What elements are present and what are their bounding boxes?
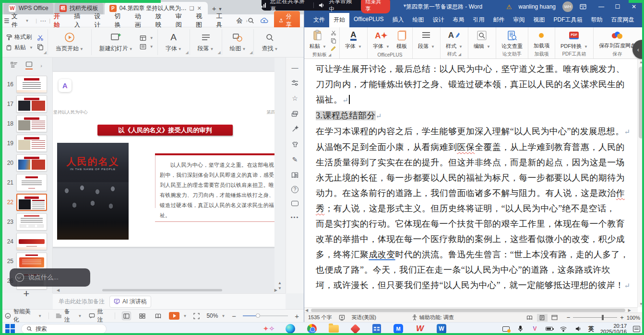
settings-sliders-icon[interactable] [291, 79, 299, 87]
pdf-convert-button[interactable]: PDF PDF转换 ▼ [558, 29, 590, 50]
slide-thumb-image[interactable] [16, 76, 47, 93]
layout-button[interactable]: ▼ [140, 35, 154, 41]
word-vertical-scrollbar[interactable]: ▲ ▼ [637, 59, 644, 307]
slide-thumbnail-24[interactable]: 24 [0, 233, 53, 250]
doc-line-15[interactable]: 坷，或许漫长，但只要我们坚持“以人民为中心”，就一定能够抵达理想的彼岸！↵ [316, 277, 626, 293]
paper-check-button[interactable]: 论文查重 [499, 29, 525, 50]
doc-line-13[interactable]: 多，终将汇聚成改变时代的洪流。鲁迅先生曾言：“世上本没有路，走的人多了， [316, 247, 626, 262]
doc-line-3[interactable]: 福祉。↵ [316, 92, 626, 108]
find-button[interactable]: 查找▼ [258, 31, 282, 54]
search-icon[interactable] [248, 17, 254, 24]
file-menu[interactable]: ☰ 文件 ▼ [4, 12, 29, 29]
word-zoom-control[interactable]: − + 100% [567, 314, 640, 321]
zoom-out-button[interactable]: − [567, 314, 571, 321]
cut-icon[interactable] [37, 35, 44, 41]
zoom-slider[interactable] [243, 315, 288, 316]
notification-center-icon[interactable] [633, 326, 640, 332]
transition-shapes-icon[interactable] [291, 109, 299, 118]
word-horizontal-scrollbar[interactable]: ◀ ▶ [304, 307, 638, 312]
slide-thumbnail-20[interactable]: 20 [0, 154, 53, 172]
zoom-in-button[interactable]: + [295, 312, 299, 320]
favorites-star-icon[interactable]: ☆ [291, 94, 299, 103]
styles-button[interactable]: A 样式 ▼ [443, 29, 465, 50]
slide-thumb-image[interactable] [16, 213, 47, 231]
slide-thumb-image[interactable] [16, 154, 47, 172]
normal-view-icon[interactable] [122, 312, 131, 320]
slide-canvas[interactable]: 坚持以人民为中心 第四章 坚持 以《人民的名义》接受人民的审判 人民的名义 IN… [53, 58, 274, 293]
canvas-horizontal-scrollbar[interactable]: ◀ ▶ [57, 288, 277, 292]
language-status[interactable]: 英语(美国) [352, 314, 376, 321]
speaker-icon[interactable] [574, 325, 582, 333]
floating-app-logo[interactable]: A [59, 79, 72, 92]
fullscreen-icon[interactable] [193, 313, 200, 319]
word-taskbar-icon[interactable]: W [436, 323, 447, 335]
read-mode-icon[interactable] [525, 314, 535, 322]
word-tab-12[interactable]: 帮助 [586, 13, 607, 27]
scroll-right-arrow-icon[interactable]: ▶ [628, 308, 631, 312]
stop-share-button[interactable]: 结束共享 [361, 0, 390, 13]
slide-thumbnail-19[interactable]: 19 [0, 135, 53, 152]
doc-line-1[interactable]: 可让学生展开讨论，最后总结：以人民为中心，坚守道义之重。唯有铁腕发力、 [316, 61, 626, 77]
paragraph-button[interactable]: 段落▼ [194, 31, 218, 54]
proofing-icon[interactable] [339, 314, 345, 321]
dialog-launcher-icon[interactable]: ◢ [328, 53, 331, 57]
more-tools-icon[interactable]: ••• [291, 213, 299, 221]
reading-view-icon[interactable] [154, 312, 163, 320]
smart-pen-icon[interactable]: ✎ [291, 155, 299, 164]
dialog-launcher-icon[interactable]: ◢ [217, 50, 220, 55]
panel-expand-chevron-icon[interactable]: › [40, 63, 42, 69]
meeting-comment-overlay[interactable]: 说点什么... [10, 268, 90, 287]
notes-toggle-button[interactable]: 备注▼ [56, 308, 82, 324]
comment-bubble-icon[interactable] [291, 201, 298, 206]
theme-shirt-icon[interactable] [291, 140, 299, 149]
beautify-wand-icon[interactable] [291, 125, 299, 133]
doc-line-8[interactable]: 永无止境的长征，每一步都要以人民的福祉为标尺，每一步都要以人民的期待为 [316, 170, 626, 185]
slide-thumbnail-17[interactable]: 17 [0, 95, 53, 113]
outline-view-icon[interactable] [11, 62, 18, 69]
web-layout-icon[interactable] [549, 314, 560, 322]
accessibility-status[interactable]: 辅助功能: 调查 [412, 314, 454, 321]
scroll-left-arrow-icon[interactable]: ◀ [57, 288, 60, 292]
zoom-level[interactable]: 50%▼ [206, 312, 225, 319]
zoom-out-button[interactable]: − [232, 312, 236, 320]
comments-button[interactable]: 批注 [89, 308, 108, 324]
movie-poster-image[interactable]: 人民的名义 IN THE NAME OF PEOPLE [57, 143, 129, 240]
addins-button[interactable]: 加载项 [531, 29, 552, 49]
avatar[interactable]: WH [562, 1, 573, 12]
document-page[interactable]: 可让学生展开讨论，最后总结：以人民为中心，坚守道义之重。唯有铁腕发力、刀刃向内，… [304, 59, 638, 307]
word-tab-11[interactable]: PDF工具箱 [549, 13, 586, 27]
word-count[interactable]: 1535 个字 [308, 314, 332, 321]
slide-text-box[interactable]: 以人民为中心，坚守道义之重。在这部电视剧中，我们深刻体会到人民即道义的真谛，感受… [155, 153, 274, 220]
doc-line-6[interactable]: 从温饱不足到全面小康，从看病难到医保全覆盖，从上学难到教育普惠，人民的 [316, 139, 626, 155]
doc-line-12[interactable]: 改革的举措中，体现在每一个医疗救助的案例上，这些看似微小的改变，积少成 [316, 231, 626, 247]
scroll-left-arrow-icon[interactable]: ◀ [305, 308, 308, 312]
slide-thumbnail-25[interactable]: 25 [0, 253, 53, 270]
battery-icon[interactable] [545, 325, 553, 333]
calculator-icon[interactable] [371, 323, 382, 335]
edit-button[interactable]: 编辑 ▼ [471, 29, 493, 50]
word-tab-7[interactable]: 引用 [468, 13, 489, 27]
format-painter-button[interactable]: 格式刷 [6, 33, 33, 41]
word-tab-2[interactable]: OfficePLUS [349, 13, 388, 27]
clock[interactable]: 20:17 2025/10/16 [600, 323, 627, 335]
copy-icon[interactable] [37, 44, 44, 50]
dialog-launcher-icon[interactable]: ◢ [458, 52, 461, 57]
print-layout-icon[interactable] [537, 314, 548, 322]
zoom-in-button[interactable]: + [620, 314, 624, 321]
reference-book-icon[interactable] [291, 171, 299, 179]
slide-sorter-icon[interactable] [138, 312, 147, 320]
word-tab-10[interactable]: 视图 [529, 13, 549, 27]
scroll-up-arrow-icon[interactable]: ▲ [638, 60, 644, 64]
zoom-percent[interactable]: 100% [627, 315, 640, 321]
zoom-slider-knob[interactable] [602, 315, 604, 320]
warning-icon[interactable]: ⚠ [506, 3, 512, 11]
start-button[interactable] [5, 323, 15, 334]
slide-thumb-image[interactable] [16, 194, 47, 211]
cloud-sync-icon[interactable] [260, 17, 268, 24]
slide-thumbnail-18[interactable]: 18 [0, 115, 53, 132]
wps-menu-item-9[interactable]: 会 [236, 14, 243, 27]
ime-indicator[interactable]: 英 [588, 325, 594, 333]
template-button[interactable]: 模板 [394, 29, 409, 50]
draw-button[interactable]: 绘图▼ [226, 31, 250, 54]
account-name[interactable]: wanling huang [519, 3, 556, 10]
